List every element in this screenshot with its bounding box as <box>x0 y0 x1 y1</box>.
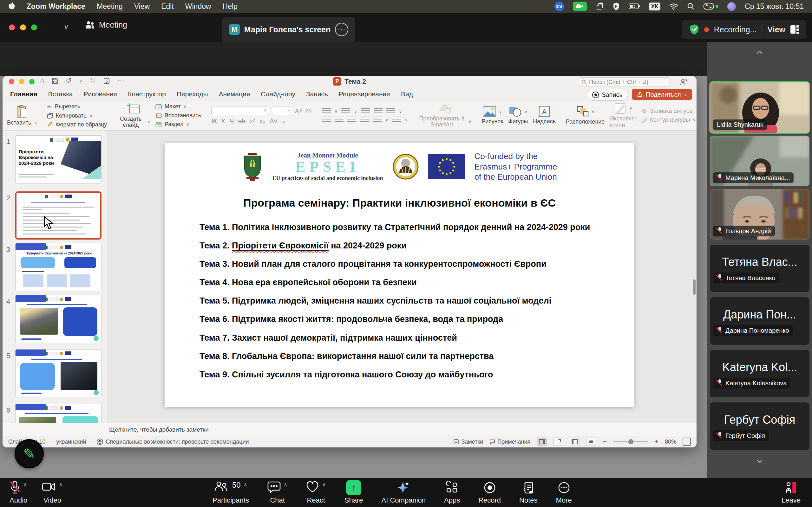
shield-menu-icon[interactable] <box>613 2 620 10</box>
zoom-status-icon[interactable]: zm <box>554 2 564 11</box>
smartart-button[interactable]: Преобразовать в SmartArt∨ <box>418 103 472 128</box>
normal-view-button[interactable] <box>537 438 547 446</box>
participant-video-maryna[interactable]: Марина Миколаївна... <box>710 135 809 186</box>
reset-button[interactable]: Восстановить <box>155 112 201 119</box>
close-window-button[interactable] <box>9 24 15 31</box>
numbered-list-icon[interactable] <box>341 108 350 114</box>
copy-button[interactable]: Копировать∨ <box>47 112 107 119</box>
record-button[interactable]: Record <box>478 481 501 504</box>
textbox-button[interactable]: A Надпись <box>533 106 556 125</box>
notes-area[interactable]: Щелкните, чтобы добавить заметки <box>3 423 697 436</box>
presence-icon[interactable] <box>680 78 688 86</box>
menu-meeting[interactable]: Meeting <box>97 2 123 11</box>
participant-tile-daryna[interactable]: Дарина Пон... Дарина Пономаренко <box>710 297 809 345</box>
minimize-window-button[interactable] <box>20 24 26 31</box>
notes-button[interactable]: Notes <box>519 481 537 504</box>
siri-icon[interactable] <box>727 2 736 11</box>
zoom-window-button[interactable] <box>31 24 37 31</box>
tab-more-icon[interactable]: ··· <box>335 23 348 36</box>
screen-mirroring-icon[interactable] <box>596 2 604 10</box>
participant-tile-herbut[interactable]: Гербут Софія Гербут Софія <box>710 402 809 450</box>
cut-button[interactable]: ✂ Вырезать <box>47 103 107 110</box>
accessibility-button[interactable]: Специальные возможности: проверьте реком… <box>97 439 249 445</box>
shapes-button[interactable]: ∨ Фигуры <box>508 106 528 125</box>
react-button[interactable]: ∧ React <box>306 481 326 504</box>
tab-retsenzirovanie[interactable]: Рецензирование <box>339 90 390 98</box>
font-size-select[interactable] <box>272 106 292 115</box>
tab-konstruktor[interactable]: Конструктор <box>128 90 166 98</box>
share-screen-button[interactable]: ↑ Share <box>345 481 363 504</box>
slide-thumbnail-6[interactable] <box>15 404 101 423</box>
zoom-slider[interactable] <box>613 441 648 442</box>
view-layout-icon[interactable] <box>791 25 799 34</box>
font-name-select[interactable] <box>211 106 269 115</box>
zoom-level[interactable]: 80% <box>665 439 676 445</box>
audio-options-chevron-icon[interactable]: ∧ <box>23 481 27 488</box>
bullet-list-icon[interactable] <box>322 108 331 114</box>
char-spacing-button[interactable]: AV <box>270 118 277 125</box>
ppt-share-button[interactable]: Поделиться ∨ <box>632 89 692 100</box>
align-text-icon[interactable] <box>392 117 401 123</box>
apple-icon[interactable] <box>8 2 15 10</box>
slide-thumbnail-1[interactable]: Пріорітети Єврокомісії на 2024-2029 роки <box>15 135 101 183</box>
current-slide[interactable]: Jean Monnet Module EPSEI EU practices of… <box>165 143 635 407</box>
new-slide-button[interactable]: Создать слайд∨ <box>117 103 150 128</box>
paste-button[interactable]: Вставить∨ <box>7 105 37 126</box>
menu-help[interactable]: Help <box>223 2 238 11</box>
slideshow-view-button[interactable] <box>586 438 596 446</box>
zoom-out-button[interactable]: − <box>603 438 607 446</box>
chat-chevron-icon[interactable]: ∧ <box>284 481 287 488</box>
slide-thumbnail-4[interactable] <box>15 295 101 343</box>
search-input[interactable]: Поиск (Cmd + Ctrl + U) <box>578 77 670 87</box>
zoom-in-button[interactable]: + <box>654 438 658 446</box>
slide-thumbnail-5[interactable] <box>15 349 101 397</box>
line-spacing-icon[interactable] <box>386 108 395 114</box>
strikethrough-button[interactable]: ab <box>238 118 245 125</box>
subscript-button[interactable]: x₂ <box>259 118 265 125</box>
annotation-pencil-button[interactable]: ✎ <box>14 439 44 468</box>
participants-button[interactable]: 50 ∧ Participants <box>212 481 249 504</box>
decrease-indent-icon[interactable] <box>361 108 370 114</box>
justify-icon[interactable] <box>360 117 369 123</box>
apps-button[interactable]: Apps <box>444 481 460 504</box>
fit-slide-button[interactable] <box>682 438 691 446</box>
picture-button[interactable]: ∨ Рисунок <box>481 106 503 125</box>
tab-shared-screen[interactable]: M Марія Голєва's screen ··· <box>222 17 355 42</box>
menu-window[interactable]: Window <box>185 2 211 11</box>
shape-outline-button[interactable]: Контур фигуры∨ <box>641 117 697 123</box>
audio-button[interactable]: ∧ Audio <box>9 481 27 504</box>
tab-vstavka[interactable]: Вставка <box>48 90 72 98</box>
video-button[interactable]: ∧ Video <box>42 481 62 504</box>
align-left-icon[interactable] <box>322 117 331 123</box>
spotlight-search-icon[interactable] <box>687 3 695 10</box>
quick-styles-button[interactable]: ∨ Экспресс-стили <box>610 103 636 129</box>
align-center-icon[interactable] <box>335 117 344 123</box>
increase-indent-icon[interactable] <box>374 108 383 114</box>
menu-app-name[interactable]: Zoom Workplace <box>27 2 85 11</box>
tab-risovanie[interactable]: Рисование <box>84 90 117 98</box>
keyboard-layout-badge[interactable]: УК <box>649 3 660 10</box>
canvas-scrollbar[interactable] <box>693 279 696 295</box>
format-painter-button[interactable]: Формат по образцу <box>47 121 107 128</box>
layout-button[interactable]: Макет∨ <box>155 103 201 110</box>
decrease-font-icon[interactable]: A˅ <box>305 108 312 114</box>
security-shield-icon[interactable] <box>690 24 699 35</box>
camera-active-icon[interactable] <box>573 2 587 11</box>
control-center-icon[interactable] <box>704 3 718 9</box>
section-button[interactable]: Раздел∨ <box>155 121 201 128</box>
language-button[interactable]: украинский <box>56 439 86 445</box>
scroll-up-chevron-icon[interactable]: ⌃ <box>707 51 812 60</box>
tab-glavnaya[interactable]: Главная <box>10 90 37 98</box>
participant-video-goltsov[interactable]: Гольцов Андрій <box>710 189 809 239</box>
shape-fill-button[interactable]: Заливка фигуры∨ <box>641 108 697 114</box>
arrange-button[interactable]: ∨ Расположение <box>566 106 605 125</box>
text-direction-icon[interactable] <box>373 117 382 123</box>
wifi-icon[interactable] <box>669 3 678 10</box>
leave-button[interactable]: Leave <box>781 481 801 504</box>
align-right-icon[interactable] <box>347 117 356 123</box>
participant-tile-kateryna[interactable]: Kateryna Kol... Kateryna Kolesnikova <box>710 350 809 397</box>
participant-video-lidiia[interactable]: Lidiia Shynkaruk <box>710 82 809 133</box>
slide-thumbnail-3[interactable]: Пріорітети Єврокомісії на 2024-2029 роки <box>15 243 101 291</box>
video-options-chevron-icon[interactable]: ∧ <box>59 481 62 488</box>
react-chevron-icon[interactable]: ∧ <box>322 481 326 488</box>
